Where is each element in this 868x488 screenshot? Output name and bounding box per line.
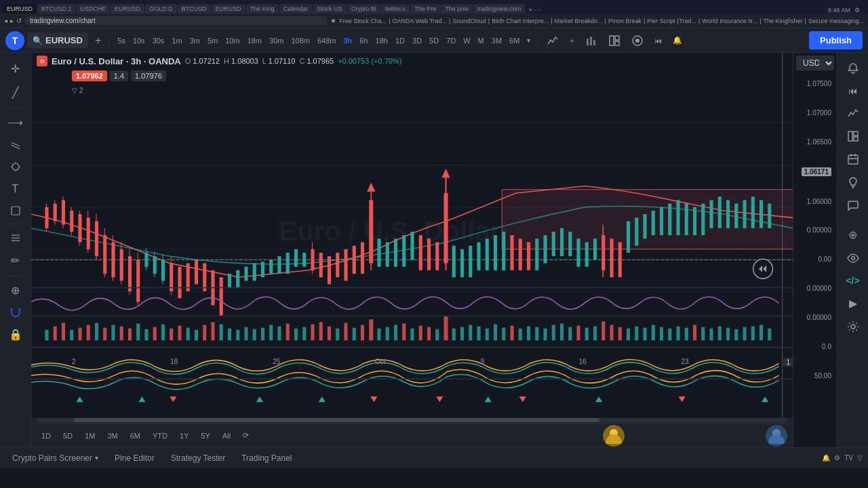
tf-5s[interactable]: 5s [114, 35, 129, 47]
period-1d[interactable]: 1D [37, 430, 56, 442]
browser-tab-eurusd3[interactable]: EURUSD [212, 4, 245, 14]
bookmark-2[interactable]: OANDA Web Trad... [393, 18, 447, 24]
crypto-dropdown-icon[interactable]: ▾ [95, 454, 98, 462]
scrollbar-track[interactable] [37, 418, 787, 422]
tf-w[interactable]: W [460, 35, 473, 47]
indicator-sidebar-icon[interactable] [843, 103, 863, 123]
brush-tool[interactable] [6, 157, 25, 176]
symbol-label[interactable]: EURUSD [45, 35, 83, 45]
shape-tool[interactable] [7, 202, 24, 220]
alert-icon[interactable] [843, 58, 863, 79]
bookmark-8[interactable]: World Insurance N... [702, 18, 757, 24]
zoom-tool[interactable]: ⊕ [7, 280, 24, 301]
compare-button[interactable]: + [566, 34, 578, 47]
tf-30s[interactable]: 30s [149, 35, 168, 47]
period-3m[interactable]: 3M [102, 430, 122, 442]
tf-108m[interactable]: 108m [288, 35, 313, 47]
add-indicator-icon[interactable]: ⊕ [844, 224, 861, 245]
tab-trading-panel[interactable]: Trading Panel [235, 451, 298, 465]
bookmark-star[interactable]: ★ [330, 17, 336, 24]
bookmark-3[interactable]: SoundCloud [452, 18, 486, 24]
browser-tab-eurusd2[interactable]: EURUSD [111, 4, 144, 14]
period-1m[interactable]: 1M [80, 430, 100, 442]
tf-5d[interactable]: 5D [426, 35, 442, 47]
lock-tool[interactable]: 🔒 [5, 324, 26, 345]
settings-icon[interactable] [843, 317, 863, 337]
browser-tab-btc2[interactable]: BTCUSD [178, 4, 211, 14]
bookmark-4[interactable]: Birth Chart Interpre... [492, 18, 549, 24]
bookmark-7[interactable]: Pier Script (Trad... [647, 18, 696, 24]
tf-1m[interactable]: 1m [168, 35, 185, 47]
period-5y[interactable]: 5Y [196, 430, 214, 442]
horizontal-ray-tool[interactable]: ⟶ [3, 112, 27, 133]
bookmark-1[interactable]: Free Stock Cha... [339, 18, 387, 24]
broadcast-icon[interactable]: ▶ [845, 293, 861, 314]
bottom-settings-icon[interactable]: ⚙ [834, 454, 840, 462]
browser-tab-stock[interactable]: Stock US [313, 4, 347, 14]
browser-tab-btc[interactable]: BTCUSD.1 [37, 4, 76, 14]
eye-icon[interactable] [843, 248, 863, 268]
period-5d[interactable]: 5D [58, 430, 77, 442]
layouts-button[interactable] [604, 32, 625, 49]
tf-3d[interactable]: 3D [409, 35, 425, 47]
tab-pine-editor[interactable]: Pine Editor [108, 451, 161, 465]
notifications-icon[interactable]: 🔔 [822, 454, 830, 462]
browser-tab-pow[interactable]: The pow [441, 4, 473, 14]
url-bar[interactable]: tradingview.com/chart [24, 16, 328, 25]
tf-648m[interactable]: 648m [314, 35, 340, 47]
user-avatar-1[interactable] [603, 425, 625, 447]
period-reset[interactable]: ⟳ [238, 429, 254, 442]
crosshair-tool[interactable]: ✛ [7, 58, 24, 79]
browser-tab-usd[interactable]: USDCHF [77, 4, 111, 14]
replay-button[interactable]: ⏮ [650, 34, 666, 47]
browser-tab-king[interactable]: The King [246, 4, 279, 14]
minimize-icon[interactable]: ▽ [857, 454, 863, 462]
tf-3m[interactable]: 3m [186, 35, 203, 47]
symbol-search[interactable]: 🔍 EURUSD [27, 33, 88, 48]
add-chart-button[interactable]: + [91, 32, 105, 49]
watchlist-button[interactable] [627, 32, 648, 49]
app-logo[interactable]: T [5, 31, 24, 50]
scrollbar-thumb[interactable] [74, 418, 599, 422]
period-1y[interactable]: 1Y [175, 430, 193, 442]
pine-icon[interactable]: </> [842, 271, 863, 290]
tf-30m[interactable]: 30m [266, 35, 287, 47]
tf-m[interactable]: M [475, 35, 488, 47]
tf-3h[interactable]: 3h [340, 35, 356, 47]
tf-6m[interactable]: 6M [506, 35, 523, 47]
time-scrollbar[interactable] [31, 418, 793, 423]
nav-back[interactable]: ◂ [4, 17, 7, 24]
browser-tab-cal[interactable]: Calendar [279, 4, 313, 14]
publish-button[interactable]: Publish [809, 31, 863, 49]
bookmark-6[interactable]: Pinon Break [608, 18, 642, 24]
tf-10m[interactable]: 10m [222, 35, 243, 47]
period-6m[interactable]: 6M [125, 430, 145, 442]
browser-tab-gold[interactable]: GOLD:D [145, 4, 177, 14]
pencil-tool[interactable]: ✏ [7, 250, 24, 271]
fibonacci-tool[interactable] [6, 228, 25, 247]
browser-tab-pre[interactable]: The Pre [410, 4, 440, 14]
magnet-tool[interactable] [6, 304, 25, 321]
tf-18h[interactable]: 18h [372, 35, 391, 47]
tf-10s[interactable]: 10s [130, 35, 149, 47]
tf-5m[interactable]: 5m [204, 35, 221, 47]
tf-18m[interactable]: 18m [244, 35, 265, 47]
time-replay-icon[interactable]: ⏮ [844, 81, 862, 100]
indicators-button[interactable] [542, 32, 563, 49]
tf-3m2[interactable]: 3M [488, 35, 505, 47]
browser-tab-tv[interactable]: tradingview.com [473, 4, 526, 14]
bookmark-5[interactable]: Market Breakdo... [555, 18, 603, 24]
bookmark-9[interactable]: The Kingfisher [764, 18, 803, 24]
period-all[interactable]: All [218, 430, 235, 442]
channel-tool[interactable] [6, 136, 25, 155]
browser-tab-twitter[interactable]: twitter.c [381, 4, 410, 14]
multi-chart-icon[interactable] [843, 126, 863, 146]
tf-1d[interactable]: 1D [392, 35, 408, 47]
tf-dropdown[interactable]: ▾ [524, 35, 534, 46]
calendar-icon[interactable] [843, 149, 863, 169]
currency-select[interactable]: USD EUR GBP [796, 56, 834, 70]
nav-forward[interactable]: ▸ [10, 17, 14, 24]
period-ytd[interactable]: YTD [148, 430, 172, 442]
chat-icon[interactable] [843, 195, 863, 216]
lightbulb-icon[interactable] [843, 172, 863, 192]
